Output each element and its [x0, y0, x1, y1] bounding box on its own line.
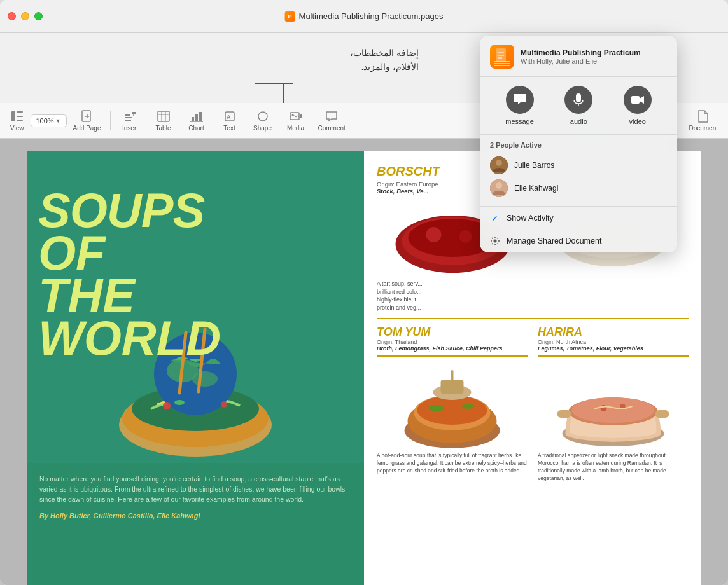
svg-point-35	[192, 371, 218, 387]
text-icon: A	[224, 109, 235, 123]
video-action[interactable]: video	[624, 86, 652, 125]
popup-menu-items: ✓ Show Activity Manage Shared Document	[480, 206, 677, 252]
document-button[interactable]: Document	[683, 107, 723, 134]
popup-doc-icon	[490, 45, 514, 69]
audio-label: audio	[570, 118, 587, 125]
comment-button[interactable]: Comment	[313, 107, 351, 134]
svg-rect-58	[451, 370, 454, 389]
chart-label: Chart	[188, 125, 204, 132]
audio-action[interactable]: audio	[564, 86, 592, 125]
svg-rect-16	[192, 117, 194, 121]
zoom-control[interactable]: 100% ▼	[31, 114, 67, 127]
chart-icon	[190, 109, 203, 123]
document-icon	[698, 109, 708, 123]
zoom-value: 100%	[36, 117, 54, 125]
separator-1	[110, 111, 111, 130]
svg-rect-62	[557, 410, 571, 418]
main-title: SOUPS OF THE WORLD	[38, 189, 221, 360]
svg-point-22	[258, 112, 267, 121]
harira-name: HARIRA	[538, 326, 689, 339]
view-button[interactable]: View	[5, 107, 29, 134]
people-section: 2 People Active Julie Barros	[480, 135, 677, 202]
title-world: WORLD	[38, 317, 221, 360]
minimize-button[interactable]	[21, 12, 29, 20]
divider-1	[377, 318, 689, 319]
divider-harira	[538, 355, 689, 357]
message-action[interactable]: message	[505, 86, 534, 125]
ann-line-insert-h	[255, 83, 293, 84]
svg-rect-17	[195, 114, 198, 121]
tom-yum-section: TOM YUM Origin: Thailand Broth, Lemongra…	[377, 326, 528, 483]
traffic-lights	[8, 12, 43, 20]
manage-gear-icon	[490, 236, 500, 246]
person-name-elie: Elie Kahwagi	[514, 184, 558, 193]
audio-icon	[564, 86, 592, 114]
insert-icon	[124, 109, 137, 123]
insert-label: Insert	[122, 125, 138, 132]
title-area: P Multimedia Publishing Practicum.pages	[285, 11, 444, 22]
table-button[interactable]: Table	[148, 107, 179, 134]
tom-yum-origin: Origin: Thailand	[377, 339, 528, 345]
document-label: Document	[689, 125, 718, 132]
harira-desc: A traditional appetizer or light snack m…	[538, 452, 689, 483]
avatar-julie	[490, 156, 508, 174]
divider-tom	[377, 355, 528, 357]
authors: By Holly Butler, Guillermo Castillo, Eli…	[39, 512, 351, 520]
app-window: P Multimedia Publishing Practicum.pages …	[0, 0, 728, 585]
annotation-insert: إضافة المخططات، الأفلام، والمزيد.	[350, 46, 419, 74]
shape-button[interactable]: Shape	[247, 107, 279, 134]
left-column: SOUPS OF THE WORLD	[27, 151, 364, 585]
svg-point-61	[572, 397, 655, 423]
add-page-button[interactable]: Add Page	[68, 107, 106, 134]
svg-text:A: A	[227, 114, 231, 120]
comment-label: Comment	[318, 125, 346, 132]
close-button[interactable]	[8, 12, 16, 20]
svg-rect-1	[17, 111, 23, 113]
svg-rect-12	[158, 111, 169, 121]
maximize-button[interactable]	[34, 12, 43, 20]
zoom-chevron: ▼	[55, 118, 61, 124]
tom-yum-desc: A hot-and-sour soup that is typically fu…	[377, 452, 528, 475]
people-count: 2 People Active	[490, 141, 667, 149]
svg-rect-8	[125, 117, 132, 118]
media-button[interactable]: Media	[280, 107, 312, 134]
svg-point-38	[163, 402, 171, 410]
media-label: Media	[287, 125, 304, 132]
message-icon	[506, 86, 534, 114]
text-button[interactable]: A Text	[214, 107, 246, 134]
person-row-elie[interactable]: Elie Kahwagi	[490, 177, 667, 200]
app-icon: P	[285, 11, 295, 22]
shape-label: Shape	[253, 125, 272, 132]
comment-icon	[325, 109, 338, 123]
svg-rect-71	[631, 96, 640, 104]
view-label: View	[10, 125, 24, 132]
bottom-text: No matter where you find yourself dining…	[27, 463, 364, 531]
borscht-desc: A tart soup, serv...brilliant red colo..…	[377, 280, 529, 312]
add-page-label: Add Page	[73, 125, 101, 132]
svg-point-40	[174, 400, 185, 405]
shape-icon	[256, 109, 269, 123]
svg-point-76	[494, 240, 497, 243]
show-activity-item[interactable]: ✓ Show Activity	[480, 207, 677, 230]
svg-point-39	[221, 401, 227, 408]
check-icon: ✓	[490, 213, 500, 223]
show-activity-label: Show Activity	[507, 214, 554, 223]
body-text: No matter where you find yourself dining…	[39, 474, 351, 504]
soup-illustration: SOUPS OF THE WORLD	[27, 151, 364, 463]
popup-actions: message audio	[480, 77, 677, 135]
svg-rect-9	[125, 120, 131, 121]
text-label: Text	[223, 125, 235, 132]
svg-rect-3	[17, 120, 23, 121]
person-row-julie[interactable]: Julie Barros	[490, 154, 667, 177]
avatar-elie	[490, 179, 508, 197]
svg-point-56	[429, 405, 444, 411]
svg-rect-0	[11, 111, 15, 121]
popup-doc-info: Multimedia Publishing Practicum With Hol…	[521, 48, 667, 65]
chart-button[interactable]: Chart	[181, 107, 213, 134]
view-icon	[11, 109, 23, 123]
svg-point-75	[496, 182, 502, 189]
svg-rect-63	[655, 410, 669, 418]
insert-button[interactable]: Insert	[115, 107, 146, 134]
manage-shared-item[interactable]: Manage Shared Document	[480, 230, 677, 252]
ann-line-insert	[283, 84, 284, 103]
